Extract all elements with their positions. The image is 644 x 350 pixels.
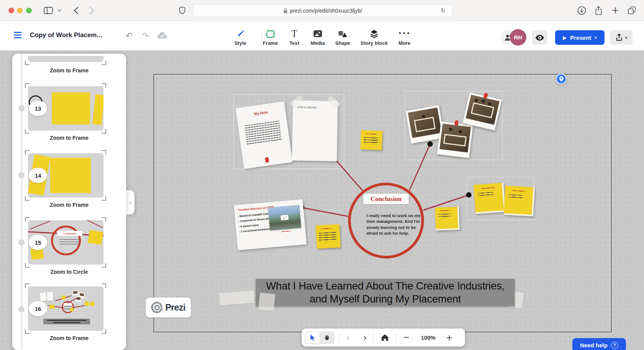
blank-paper[interactable]: Click to add text: [292, 100, 338, 161]
browser-back-icon[interactable]: [72, 6, 80, 15]
style-brush-icon: [236, 29, 245, 38]
timeline-dot[interactable]: [18, 172, 25, 178]
window-close-button[interactable]: [8, 8, 14, 13]
tool-frame[interactable]: Frame: [260, 29, 280, 46]
present-button[interactable]: ▶ Present ▾: [555, 30, 605, 45]
reload-icon[interactable]: ↻: [440, 7, 445, 14]
my-role-text-lines: [244, 121, 282, 145]
prezi-logo-icon: [151, 302, 163, 313]
home-icon: [381, 334, 389, 341]
slides-sidebar: Zoom to Frame 13 Zoom to Frame 14 Zoom t…: [12, 54, 126, 350]
select-cursor-button[interactable]: [306, 332, 320, 343]
timeline-dot[interactable]: [18, 306, 25, 312]
canvas-nav-toolbar: ‹ › − 100% +: [302, 329, 465, 347]
tab-overview-icon[interactable]: [626, 5, 637, 15]
prezi-toolbar: Copy of Work Placem... ↶ ↷ Style Frame T…: [0, 21, 644, 51]
downloads-icon[interactable]: [577, 5, 586, 15]
connector-dot[interactable]: [466, 192, 472, 198]
my-role-paper[interactable]: My Role: [235, 101, 292, 169]
cursor-icon: [310, 334, 315, 341]
slide-label: Zoom to Frame: [12, 202, 126, 208]
prev-slide-button[interactable]: ‹: [340, 333, 356, 342]
slide-label: Zoom to Frame: [12, 67, 126, 74]
lock-icon: [283, 8, 288, 13]
tool-text[interactable]: T Text: [286, 29, 303, 46]
browser-forward-icon[interactable]: [88, 6, 95, 15]
polaroid-photo-2[interactable]: [437, 121, 473, 158]
export-icon: [616, 33, 623, 42]
red-pin-icon: [265, 157, 269, 162]
slide-number: 14: [29, 168, 47, 183]
title-banner[interactable]: What I Have Learned About The Creative I…: [256, 279, 515, 306]
export-caret-icon: ▾: [625, 36, 627, 40]
tool-shape[interactable]: Shape: [333, 29, 353, 46]
window-zoom-button[interactable]: [26, 8, 32, 13]
window-minimize-button[interactable]: [17, 8, 23, 13]
story-block-icon: [370, 29, 379, 38]
sticky-note[interactable]: [435, 207, 460, 231]
pan-hand-button[interactable]: [320, 332, 334, 343]
tape-piece: [219, 291, 255, 305]
timeline-dot[interactable]: [18, 105, 25, 111]
card-photo-mountains: [268, 205, 301, 231]
sticky-note[interactable]: [473, 183, 505, 214]
user-avatar[interactable]: RH: [510, 29, 526, 46]
conclusion-title-box[interactable]: Conclusion: [363, 194, 409, 204]
sticky-note[interactable]: [504, 186, 535, 216]
photo-caption-text: [282, 231, 291, 233]
preview-eye-button[interactable]: [532, 30, 547, 45]
url-bar[interactable]: prezi.com/p/edit/oh0xuuc3ljyb/ ↻: [193, 4, 453, 17]
sticky-note[interactable]: [315, 224, 340, 249]
sidebar-chevron-down-icon[interactable]: [57, 8, 62, 13]
photo-group: [466, 95, 499, 124]
tape-piece: [258, 293, 275, 311]
export-share-button[interactable]: ▾: [610, 30, 632, 45]
url-text: prezi.com/p/edit/oh0xuuc3ljyb/: [290, 8, 362, 14]
slide-label: Zoom to Circle: [12, 269, 126, 275]
banner-line-1: What I Have Learned About The Creative I…: [256, 280, 515, 293]
my-role-title: My Role: [237, 108, 286, 119]
main-menu-icon[interactable]: [14, 32, 21, 38]
creative-services-card[interactable]: Creative Services at CSHE - Based at Lla…: [234, 199, 307, 250]
frame-icon: [266, 29, 275, 38]
next-slide-button[interactable]: ›: [356, 333, 373, 342]
connector-dot[interactable]: [427, 141, 433, 147]
tool-story-block[interactable]: Story block: [358, 29, 391, 46]
sticky-note[interactable]: [360, 130, 383, 150]
media-icon: [313, 29, 322, 38]
timeline-dot[interactable]: [18, 239, 25, 245]
photo-graduates: [440, 124, 471, 153]
sidebar-toggle-icon[interactable]: [43, 6, 54, 15]
zoom-in-button[interactable]: +: [440, 334, 458, 342]
red-pin-icon: [455, 120, 459, 126]
hand-icon: [324, 334, 330, 341]
zoom-out-button[interactable]: −: [396, 334, 416, 342]
need-help-button[interactable]: Need help ?: [572, 338, 626, 350]
map-pin-icon[interactable]: [556, 74, 567, 84]
privacy-shield-icon[interactable]: [178, 6, 186, 15]
pointer-mode-toggle: [305, 331, 335, 344]
redo-icon[interactable]: ↷: [140, 31, 150, 41]
text-icon: T: [291, 29, 297, 38]
slide-number: 16: [29, 301, 47, 316]
undo-icon[interactable]: ↶: [124, 31, 134, 41]
present-caret-icon: ▾: [595, 35, 597, 40]
tool-more[interactable]: ••• More: [396, 29, 413, 46]
cloud-saved-icon: [156, 31, 168, 41]
slide-thumbnail-partial[interactable]: [28, 56, 104, 62]
zoom-level: 100%: [416, 334, 440, 341]
tool-media[interactable]: Media: [308, 29, 327, 46]
paper-placeholder-text: Click to add text: [297, 106, 338, 109]
image-placeholder-icon: [281, 215, 289, 221]
browser-chrome: prezi.com/p/edit/oh0xuuc3ljyb/ ↻ +: [0, 0, 644, 21]
new-tab-icon[interactable]: +: [610, 5, 620, 16]
home-view-button[interactable]: [374, 334, 396, 341]
help-question-icon: ?: [611, 342, 618, 349]
share-icon[interactable]: [593, 5, 603, 16]
photo-person: [408, 108, 442, 138]
tool-style[interactable]: Style: [231, 29, 250, 46]
sidebar-collapse-button[interactable]: ‹: [126, 190, 135, 214]
more-dots-icon: •••: [398, 29, 411, 38]
conclusion-body-text[interactable]: I really need to work on my time managem…: [366, 213, 425, 237]
document-title[interactable]: Copy of Work Placem...: [30, 31, 102, 39]
